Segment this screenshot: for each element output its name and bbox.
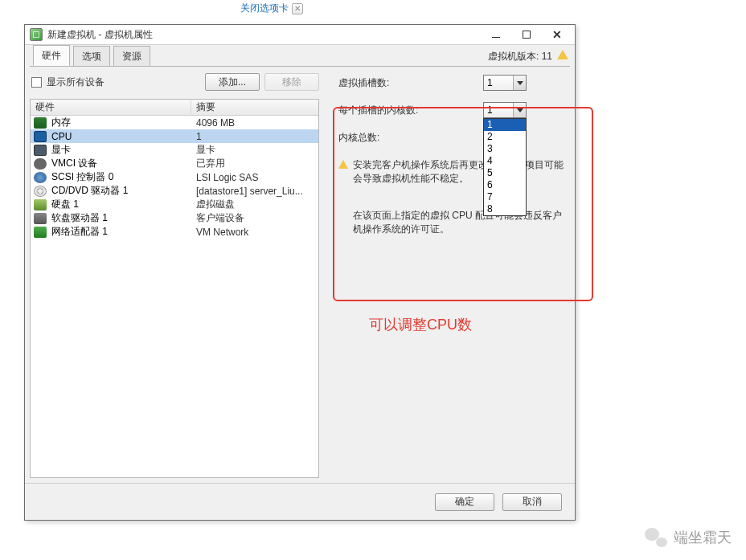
table-header: 硬件 摘要 (31, 100, 318, 116)
maximize-button[interactable] (517, 29, 536, 40)
table-row[interactable]: 网络适配器 1VM Network (31, 225, 318, 239)
hardware-table: 硬件 摘要 内存4096 MBCPU1显卡显卡VMCI 设备已弃用SCSI 控制… (30, 99, 319, 478)
tab-options[interactable]: 选项 (73, 46, 110, 66)
table-row[interactable]: CPU1 (31, 129, 318, 143)
app-icon (30, 28, 43, 41)
watermark: 端坐霜天 (645, 528, 732, 547)
remove-button: 移除 (264, 73, 319, 91)
hw-summary: 虚拟磁盘 (191, 198, 318, 211)
hw-icon (34, 213, 47, 224)
dropdown-option[interactable]: 4 (484, 155, 526, 167)
hw-summary: [datastore1] server_Liu... (191, 186, 318, 197)
hw-icon (34, 145, 47, 156)
table-row[interactable]: 硬盘 1虚拟磁盘 (31, 198, 318, 211)
cancel-button[interactable]: 取消 (502, 493, 562, 511)
cores-label: 每个插槽的内核数: (338, 104, 483, 117)
total-cores-row: 内核总数: (338, 128, 565, 147)
add-button[interactable]: 添加... (205, 73, 260, 91)
hw-icon (34, 186, 47, 197)
titlebar: 新建虚拟机 - 虚拟机属性 ✕ (25, 25, 575, 45)
warning-text: 安装完客户机操作系统后再更改项目可能会导致虚拟机性能不稳定。 (353, 158, 565, 186)
hw-icon (34, 199, 47, 211)
hw-name: CPU (51, 131, 72, 142)
dropdown-option[interactable]: 5 (484, 167, 526, 179)
cores-row: 每个插槽的内核数: 1 12345678 (338, 100, 565, 120)
hw-icon (34, 117, 47, 129)
dropdown-option[interactable]: 6 (484, 179, 526, 191)
hw-icon (34, 158, 47, 170)
hw-name: 网络适配器 1 (51, 225, 108, 239)
table-row[interactable]: CD/DVD 驱动器 1[datastore1] server_Liu... (31, 184, 318, 198)
dropdown-option[interactable]: 3 (484, 143, 526, 155)
minimize-button[interactable] (486, 29, 506, 40)
tab-bar: 硬件 选项 资源 虚拟机版本: 11 (25, 45, 575, 66)
hw-summary: 显卡 (191, 143, 318, 157)
hw-name: 内存 (51, 116, 71, 129)
table-row[interactable]: VMCI 设备已弃用 (31, 157, 318, 170)
hw-name: CD/DVD 驱动器 1 (51, 184, 128, 198)
toolbar: 显示所有设备 添加... 移除 (30, 72, 319, 94)
cores-combo[interactable]: 1 12345678 (483, 102, 527, 118)
dropdown-option[interactable]: 2 (484, 131, 526, 143)
total-cores-label: 内核总数: (338, 131, 483, 145)
chevron-down-icon (513, 76, 526, 90)
warning-icon (557, 50, 568, 59)
hw-summary: 4096 MB (191, 117, 318, 129)
show-all-devices-checkbox[interactable] (31, 77, 42, 88)
hw-icon (34, 131, 47, 142)
hw-summary: LSI Logic SAS (191, 172, 318, 183)
hw-name: VMCI 设备 (51, 157, 97, 170)
col-summary: 摘要 (191, 100, 318, 114)
sockets-value: 1 (484, 77, 513, 88)
hw-icon (34, 172, 47, 183)
close-tab-label: 关闭选项卡 (240, 2, 289, 15)
license-note: 在该页面上指定的虚拟 CPU 配置可能会违反客户机操作系统的许可证。 (338, 209, 565, 237)
cores-value: 1 (484, 104, 513, 116)
table-row[interactable]: 内存4096 MB (31, 116, 318, 129)
sockets-row: 虚拟插槽数: 1 (338, 73, 565, 92)
hw-name: 显卡 (51, 143, 71, 157)
hw-summary: VM Network (191, 227, 318, 238)
left-pane: 显示所有设备 添加... 移除 硬件 摘要 内存4096 MBCPU1显卡显卡V… (30, 72, 319, 478)
wechat-icon (645, 528, 667, 547)
tab-resources[interactable]: 资源 (113, 46, 150, 66)
table-row[interactable]: SCSI 控制器 0LSI Logic SAS (31, 170, 318, 184)
content-area: 可以调整CPU数 显示所有设备 添加... 移除 硬件 摘要 内存4096 MB… (25, 67, 575, 483)
cpu-settings-pane: 虚拟插槽数: 1 每个插槽的内核数: 1 12345678 内核总数: (319, 72, 570, 478)
install-warning: 安装完客户机操作系统后再更改项目可能会导致虚拟机性能不稳定。 (338, 158, 565, 186)
warning-icon (338, 160, 348, 169)
watermark-text: 端坐霜天 (674, 528, 732, 547)
hw-icon (34, 227, 47, 238)
show-all-devices-label: 显示所有设备 (47, 76, 105, 89)
hw-summary: 1 (191, 131, 318, 142)
sockets-combo[interactable]: 1 (483, 75, 527, 91)
hw-name: SCSI 控制器 0 (51, 170, 113, 184)
cores-dropdown[interactable]: 12345678 (483, 118, 527, 216)
close-button[interactable]: ✕ (547, 29, 567, 40)
sockets-label: 虚拟插槽数: (338, 76, 483, 90)
dropdown-option[interactable]: 7 (484, 191, 526, 203)
window-title: 新建虚拟机 - 虚拟机属性 (47, 28, 153, 42)
vm-properties-dialog: 新建虚拟机 - 虚拟机属性 ✕ 硬件 选项 资源 虚拟机版本: 11 可以调整C… (24, 24, 576, 521)
window-controls: ✕ (483, 29, 570, 40)
hw-summary: 客户端设备 (191, 211, 318, 225)
annotation-text: 可以调整CPU数 (369, 315, 472, 334)
chevron-down-icon (513, 103, 526, 117)
table-row[interactable]: 显卡显卡 (31, 143, 318, 157)
close-tab-x-button[interactable]: ✕ (292, 3, 303, 14)
ok-button[interactable]: 确定 (435, 493, 494, 511)
hw-name: 软盘驱动器 1 (51, 211, 108, 225)
dropdown-option[interactable]: 1 (484, 119, 526, 131)
close-tab-link[interactable]: 关闭选项卡 ✕ (240, 2, 303, 15)
table-row[interactable]: 软盘驱动器 1客户端设备 (31, 211, 318, 225)
col-hardware: 硬件 (31, 100, 191, 114)
hw-name: 硬盘 1 (51, 198, 79, 211)
vm-version-label: 虚拟机版本: 11 (488, 50, 552, 63)
dialog-footer: 确定 取消 (25, 483, 575, 520)
hw-summary: 已弃用 (191, 157, 318, 170)
tab-hardware[interactable]: 硬件 (33, 45, 70, 66)
dropdown-option[interactable]: 8 (484, 203, 526, 215)
